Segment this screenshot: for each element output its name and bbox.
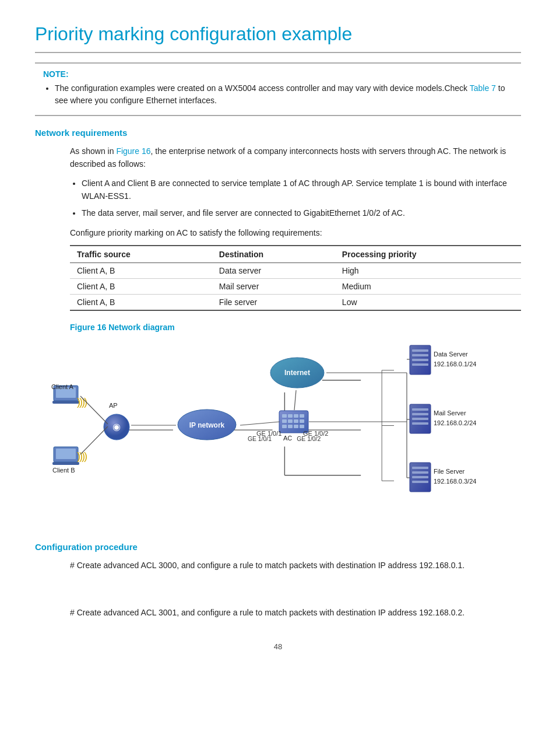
note-box: NOTE: The configuration examples were cr… xyxy=(35,62,521,116)
svg-rect-29 xyxy=(300,414,304,418)
network-requirements-body: As shown in Figure 16, the enterprise ne… xyxy=(35,145,521,311)
ap-label: AP xyxy=(109,402,118,409)
svg-rect-32 xyxy=(294,419,298,423)
requirements-table: Traffic source Destination Processing pr… xyxy=(70,245,521,311)
client-b-icon: Client B xyxy=(52,446,79,467)
svg-rect-47 xyxy=(412,422,428,425)
svg-rect-41 xyxy=(412,359,428,361)
priority-2: Medium xyxy=(335,279,521,295)
svg-rect-18 xyxy=(52,462,79,465)
table7-link[interactable]: Table 7 xyxy=(470,83,496,93)
wifi-waves-a: )))) xyxy=(77,396,86,408)
client-a-icon: Client A xyxy=(52,384,79,406)
network-bullet-1: Client A and Client B are connected to s… xyxy=(82,177,521,203)
priority-1: High xyxy=(335,263,521,279)
svg-text:◉: ◉ xyxy=(112,422,121,432)
ac-icon: AC xyxy=(279,410,309,435)
config-procedure-body: # Create advanced ACL 3000, and configur… xyxy=(35,559,521,619)
svg-rect-45 xyxy=(412,413,428,415)
svg-rect-52 xyxy=(412,481,428,483)
network-intro: As shown in Figure 16, the enterprise ne… xyxy=(70,145,521,171)
svg-rect-37 xyxy=(300,425,304,428)
svg-rect-27 xyxy=(288,414,293,418)
svg-rect-28 xyxy=(294,414,298,418)
data-server-icon: Data Server192.168.0.1/24 xyxy=(409,345,431,377)
page-number: 48 xyxy=(35,642,521,651)
internet-icon: Internet xyxy=(268,355,326,392)
svg-line-56 xyxy=(240,422,280,425)
svg-rect-39 xyxy=(412,349,428,352)
ap-icon: ◉ AP xyxy=(102,412,131,443)
table-row: Client A, B File server Low xyxy=(70,295,521,311)
network-bullet-2: The data server, mail server, and file s… xyxy=(82,206,521,219)
table-row: Client A, B Mail server Medium xyxy=(70,279,521,295)
traffic-source-3: Client A, B xyxy=(70,295,212,311)
note-list: The configuration examples were created … xyxy=(43,82,513,107)
table-row: Client A, B Data server High xyxy=(70,263,521,279)
network-requirements-section: Network requirements As shown in Figure … xyxy=(35,128,521,311)
file-server-icon: File Server192.168.0.3/24 xyxy=(409,462,431,494)
destination-2: Mail server xyxy=(212,279,335,295)
note-item: The configuration examples were created … xyxy=(55,82,513,107)
client-b-label: Client B xyxy=(52,467,75,474)
svg-rect-51 xyxy=(412,476,428,478)
svg-text:GE 1/0/1: GE 1/0/1 xyxy=(256,430,281,437)
page-title: Priority marking configuration example xyxy=(35,23,521,45)
svg-rect-42 xyxy=(412,363,428,366)
config-procedure-heading: Configuration procedure xyxy=(35,542,521,552)
svg-rect-46 xyxy=(412,418,428,420)
mail-server-icon: Mail Server192.168.0.2/24 xyxy=(409,404,431,436)
col-destination: Destination xyxy=(212,246,335,263)
svg-rect-35 xyxy=(288,425,293,428)
svg-text:GE 1/0/1: GE 1/0/1 xyxy=(248,436,272,442)
destination-3: File server xyxy=(212,295,335,311)
col-processing-priority: Processing priority xyxy=(335,246,521,263)
svg-text:GE 1/0/2: GE 1/0/2 xyxy=(297,436,321,442)
svg-rect-36 xyxy=(294,425,298,428)
config-procedure-section: Configuration procedure # Create advance… xyxy=(35,542,521,619)
data-server-label: Data Server192.168.0.1/24 xyxy=(434,349,476,369)
svg-rect-31 xyxy=(288,419,293,423)
svg-rect-15 xyxy=(52,401,79,404)
network-diagram: GE 1/0/1 GE 1/0/2 Client A )))) Client B… xyxy=(35,338,521,524)
client-a-label: Client A xyxy=(51,383,73,390)
svg-text:Internet: Internet xyxy=(284,369,310,377)
figure16-link[interactable]: Figure 16 xyxy=(116,146,150,156)
figure-caption: Figure 16 Network diagram xyxy=(70,323,521,332)
config-step-1: # Create advanced ACL 3000, and configur… xyxy=(70,559,521,572)
mail-server-label: Mail Server192.168.0.2/24 xyxy=(434,408,476,428)
svg-rect-40 xyxy=(412,354,428,356)
svg-rect-17 xyxy=(56,449,76,459)
traffic-source-2: Client A, B xyxy=(70,279,212,295)
svg-rect-26 xyxy=(282,414,287,418)
destination-1: Data server xyxy=(212,263,335,279)
svg-text:IP network: IP network xyxy=(189,421,225,429)
svg-rect-50 xyxy=(412,471,428,474)
table-header-row: Traffic source Destination Processing pr… xyxy=(70,246,521,263)
file-server-label: File Server192.168.0.3/24 xyxy=(434,467,476,486)
svg-rect-30 xyxy=(282,419,287,423)
svg-rect-33 xyxy=(300,419,304,423)
note-label: NOTE: xyxy=(43,69,513,79)
config-step-2: # Create advanced ACL 3001, and configur… xyxy=(70,606,521,619)
title-divider xyxy=(35,52,521,53)
priority-3: Low xyxy=(335,295,521,311)
svg-rect-44 xyxy=(412,408,428,411)
wifi-waves-b: )))) xyxy=(77,450,86,463)
ac-label: AC xyxy=(283,435,292,442)
col-traffic-source: Traffic source xyxy=(70,246,212,263)
svg-rect-34 xyxy=(282,425,287,428)
traffic-source-1: Client A, B xyxy=(70,263,212,279)
ip-network-icon: IP network xyxy=(175,407,239,444)
svg-rect-49 xyxy=(412,467,428,469)
network-requirements-heading: Network requirements xyxy=(35,128,521,138)
requirement-text: Configure priority marking on AC to sati… xyxy=(70,226,521,239)
svg-line-57 xyxy=(294,390,296,410)
network-bullets: Client A and Client B are connected to s… xyxy=(70,177,521,219)
